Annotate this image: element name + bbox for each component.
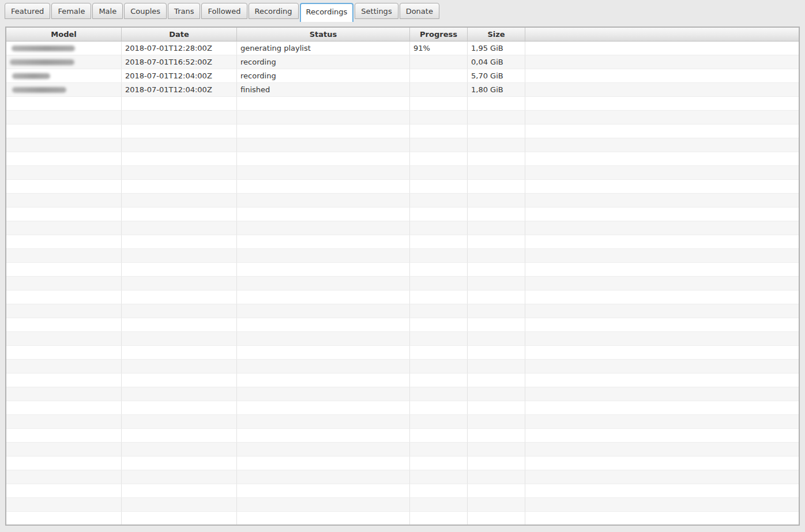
empty-cell [468,415,525,429]
empty-cell [468,443,525,456]
empty-row [6,387,799,401]
empty-cell [122,304,237,318]
empty-cell [122,498,237,512]
empty-cell [237,249,410,263]
empty-cell [410,373,468,387]
empty-cell [122,415,237,429]
empty-cell [468,235,525,249]
empty-cell [468,166,525,180]
empty-row [6,194,799,207]
size-cell: 1,80 GiB [468,83,525,97]
empty-cell [122,111,237,124]
tab-settings[interactable]: Settings [355,3,398,19]
model-cell [6,69,122,83]
empty-cell [122,470,237,484]
empty-cell [237,235,410,249]
empty-cell [122,360,237,373]
empty-cell [410,152,468,166]
recordings-table: ModelDateStatusProgressSize 2018-07-01T1… [5,27,800,526]
tab-recording[interactable]: Recording [249,3,299,19]
empty-row [6,235,799,249]
progress-cell [410,83,468,97]
empty-cell [410,387,468,401]
tab-donate[interactable]: Donate [400,3,439,19]
empty-cell [468,512,525,526]
recording-row[interactable]: 2018-07-01T12:04:00Zrecording5,70 GiB [6,69,799,83]
empty-row [6,470,799,484]
empty-cell [468,373,525,387]
empty-cell [237,443,410,456]
date-cell: 2018-07-01T12:28:00Z [122,41,237,55]
empty-cell [410,263,468,277]
empty-cell [410,290,468,304]
empty-row [6,360,799,373]
column-header-status[interactable]: Status [237,28,410,41]
empty-cell [6,512,122,526]
empty-cell [122,180,237,194]
empty-row [6,221,799,235]
empty-cell [6,97,122,111]
column-header-model[interactable]: Model [6,28,122,41]
empty-cell [525,180,799,194]
empty-cell [122,373,237,387]
tab-female[interactable]: Female [51,3,91,19]
empty-cell [525,221,799,235]
empty-cell [525,290,799,304]
model-name-redacted [12,73,50,79]
empty-row [6,484,799,498]
column-header-date[interactable]: Date [122,28,237,41]
empty-cell [6,470,122,484]
tab-featured[interactable]: Featured [5,3,50,19]
empty-cell [6,194,122,207]
empty-cell [237,360,410,373]
empty-cell [525,484,799,498]
empty-cell [6,180,122,194]
recording-row[interactable]: 2018-07-01T12:28:00Zgenerating playlist9… [6,41,799,55]
empty-cell [237,415,410,429]
empty-cell [468,456,525,470]
empty-cell [468,470,525,484]
empty-cell [6,152,122,166]
recording-row[interactable]: 2018-07-01T12:04:00Zfinished1,80 GiB [6,83,799,97]
empty-row [6,138,799,152]
empty-cell [237,277,410,290]
empty-cell [410,470,468,484]
empty-cell [410,332,468,346]
status-cell: recording [237,69,410,83]
column-header-progress[interactable]: Progress [410,28,468,41]
empty-cell [410,456,468,470]
date-cell: 2018-07-01T12:04:00Z [122,83,237,97]
empty-cell [410,360,468,373]
empty-cell [468,111,525,124]
empty-cell [525,249,799,263]
empty-cell [237,111,410,124]
empty-row [6,456,799,470]
blank-cell [525,41,799,55]
progress-cell [410,55,468,69]
empty-cell [122,152,237,166]
empty-cell [468,124,525,138]
tab-trans[interactable]: Trans [168,3,200,19]
empty-row [6,124,799,138]
empty-cell [410,277,468,290]
empty-cell [468,221,525,235]
recording-row[interactable]: 2018-07-01T16:52:00Zrecording0,04 GiB [6,55,799,69]
blank-cell [525,83,799,97]
empty-cell [6,484,122,498]
tab-followed[interactable]: Followed [201,3,247,19]
empty-cell [468,207,525,221]
column-header-size[interactable]: Size [468,28,525,41]
app-window: { "tabs": { "items": [ { "label": "Featu… [0,0,805,532]
tab-bar: FeaturedFemaleMaleCouplesTransFollowedRe… [5,3,439,22]
empty-cell [122,221,237,235]
empty-cell [6,401,122,415]
tab-male[interactable]: Male [92,3,123,19]
tab-couples[interactable]: Couples [124,3,167,19]
column-header-blank[interactable] [525,28,799,41]
size-cell: 5,70 GiB [468,69,525,83]
empty-cell [6,443,122,456]
empty-cell [468,332,525,346]
empty-cell [237,263,410,277]
empty-cell [525,429,799,443]
tab-recordings[interactable]: Recordings [300,3,354,22]
